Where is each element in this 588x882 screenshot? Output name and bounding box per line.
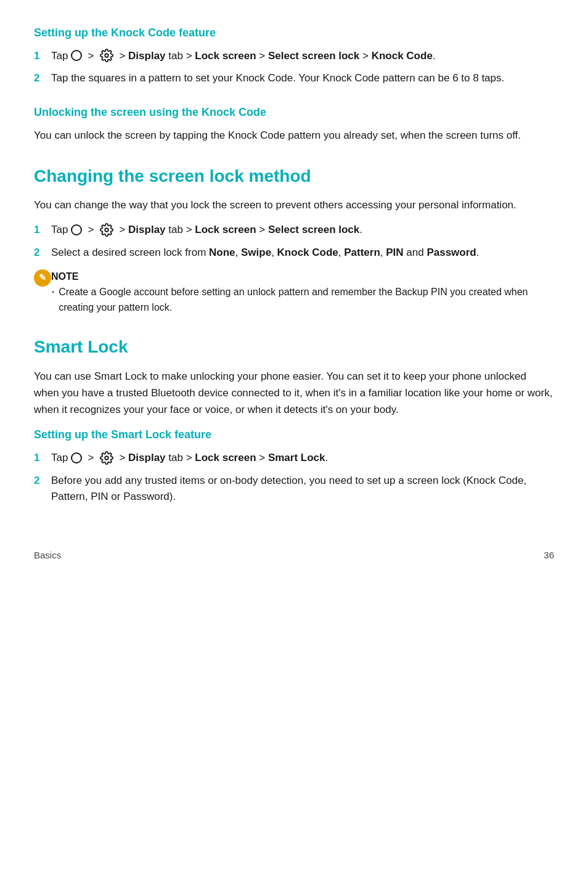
footer-label: Basics: [34, 548, 61, 562]
change-lock-step-num-2: 2: [34, 245, 47, 261]
knock-code-step-2-text: Tap the squares in a pattern to set your…: [51, 70, 504, 86]
note-label: NOTE: [51, 269, 554, 285]
svg-point-1: [105, 228, 108, 232]
knock-code-section: Setting up the Knock Code feature 1 Tap …: [34, 25, 554, 87]
unlock-knock-code-section: Unlocking the screen using the Knock Cod…: [34, 104, 554, 144]
knock-code-heading: Setting up the Knock Code feature: [34, 25, 554, 42]
smart-lock-setup-heading: Setting up the Smart Lock feature: [34, 427, 554, 444]
step-number-1: 1: [34, 48, 47, 64]
note-bullet: · Create a Google account before setting…: [51, 285, 554, 316]
home-icon-2: [71, 224, 82, 235]
home-icon-3: [71, 452, 82, 463]
bullet-dot: ·: [51, 285, 55, 298]
change-lock-step-2: 2 Select a desired screen lock from None…: [34, 245, 554, 261]
footer-page: 36: [544, 548, 554, 562]
smart-lock-step-num-1: 1: [34, 450, 47, 466]
note-content: NOTE · Create a Google account before se…: [51, 269, 554, 315]
smart-lock-step-1: 1 Tap > > Display tab > Lock screen > Sm…: [34, 450, 554, 466]
change-lock-step-num-1: 1: [34, 222, 47, 238]
unlock-knock-code-body: You can unlock the screen by tapping the…: [34, 127, 554, 144]
smart-lock-step-2: 2 Before you add any trusted items or on…: [34, 473, 554, 505]
gear-icon: [100, 49, 113, 62]
knock-code-step-1: 1 Tap > > Display tab > Lock screen > Se…: [34, 48, 554, 64]
smart-lock-section: Smart Lock You can use Smart Lock to mak…: [34, 333, 554, 505]
note-icon: ✎: [34, 269, 51, 287]
smart-lock-body: You can use Smart Lock to make unlocking…: [34, 368, 554, 419]
svg-point-0: [105, 54, 108, 58]
changing-lock-method-heading: Changing the screen lock method: [34, 163, 554, 189]
gear-icon-3: [100, 451, 113, 465]
note-box: ✎ NOTE · Create a Google account before …: [34, 269, 554, 315]
page-footer: Basics 36: [34, 542, 554, 562]
changing-lock-method-body: You can change the way that you lock the…: [34, 197, 554, 213]
note-text: Create a Google account before setting a…: [59, 285, 554, 316]
change-lock-step-1-text: Tap > > Display tab > Lock screen > Sele…: [51, 222, 362, 238]
knock-code-step-2: 2 Tap the squares in a pattern to set yo…: [34, 70, 554, 86]
change-lock-step-1: 1 Tap > > Display tab > Lock screen > Se…: [34, 222, 554, 238]
svg-point-2: [105, 456, 108, 460]
changing-lock-method-section: Changing the screen lock method You can …: [34, 163, 554, 316]
smart-lock-step-1-text: Tap > > Display tab > Lock screen > Smar…: [51, 450, 328, 466]
step-number-2: 2: [34, 70, 47, 86]
unlock-knock-code-heading: Unlocking the screen using the Knock Cod…: [34, 104, 554, 121]
gear-icon-2: [100, 223, 113, 237]
smart-lock-setup-subsection: Setting up the Smart Lock feature 1 Tap …: [34, 427, 554, 505]
change-lock-step-2-text: Select a desired screen lock from None, …: [51, 245, 479, 261]
note-icon-symbol: ✎: [39, 271, 46, 285]
knock-code-step-1-text: Tap > > Display tab > Lock screen > Sele…: [51, 48, 436, 64]
smart-lock-step-num-2: 2: [34, 473, 47, 489]
smart-lock-step-2-text: Before you add any trusted items or on-b…: [51, 473, 554, 505]
smart-lock-heading: Smart Lock: [34, 333, 554, 360]
home-icon: [71, 50, 82, 61]
